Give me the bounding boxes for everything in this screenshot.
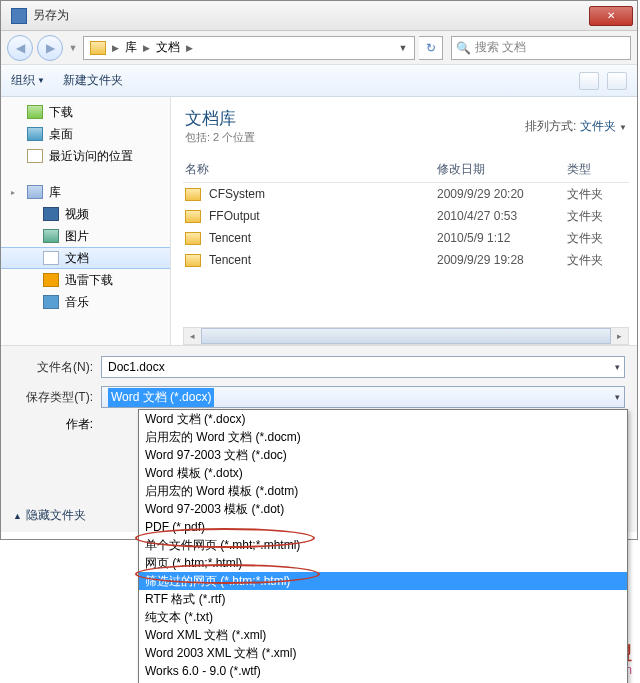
- filename-label: 文件名(N):: [13, 359, 101, 376]
- pictures-icon: [43, 229, 59, 243]
- scroll-right[interactable]: ▸: [611, 328, 628, 344]
- organize-button[interactable]: 组织▼: [11, 72, 45, 89]
- dialog-title: 另存为: [33, 7, 589, 24]
- folder-icon: [185, 210, 201, 223]
- col-type[interactable]: 类型: [567, 161, 627, 178]
- tree-recent[interactable]: 最近访问的位置: [1, 145, 170, 167]
- library-icon: [27, 185, 43, 199]
- toolbar: 组织▼ 新建文件夹: [1, 65, 637, 97]
- back-button[interactable]: ◀: [7, 35, 33, 61]
- savetype-option[interactable]: Word 模板 (*.dotx): [139, 464, 627, 482]
- folder-icon: [185, 232, 201, 245]
- refresh-button[interactable]: ↻: [419, 36, 443, 60]
- savetype-option[interactable]: Word XML 文档 (*.xml): [139, 626, 627, 644]
- savetype-label: 保存类型(T):: [13, 389, 101, 406]
- savetype-option[interactable]: 网页 (*.htm;*.html): [139, 554, 627, 572]
- titlebar[interactable]: 另存为 ✕: [1, 1, 637, 31]
- breadcrumb-sep[interactable]: ▶: [184, 43, 195, 53]
- file-row[interactable]: CFSystem2009/9/29 20:20文件夹: [183, 183, 629, 205]
- savetype-option[interactable]: 启用宏的 Word 文档 (*.docm): [139, 428, 627, 446]
- view-icon[interactable]: [579, 72, 599, 90]
- file-row[interactable]: Tencent2009/9/29 19:28文件夹: [183, 249, 629, 271]
- address-dropdown[interactable]: ▼: [394, 43, 412, 53]
- video-icon: [43, 207, 59, 221]
- savetype-option[interactable]: Works 6.0 - 9.0 (*.wtf): [139, 662, 627, 680]
- savetype-option[interactable]: PDF (*.pdf): [139, 518, 627, 536]
- expand-icon[interactable]: ▸: [11, 188, 15, 197]
- recent-icon: [27, 149, 43, 163]
- scroll-left[interactable]: ◂: [184, 328, 201, 344]
- file-list[interactable]: CFSystem2009/9/29 20:20文件夹FFOutput2010/4…: [183, 183, 629, 271]
- library-subtitle[interactable]: 包括: 2 个位置: [185, 130, 255, 145]
- nav-row: ◀ ▶ ▼ ▶ 库 ▶ 文档 ▶ ▼ ↻ 🔍 搜索 文档: [1, 31, 637, 65]
- file-row[interactable]: Tencent2010/5/9 1:12文件夹: [183, 227, 629, 249]
- tree-documents[interactable]: 文档: [1, 247, 170, 269]
- download-icon: [27, 105, 43, 119]
- scroll-thumb[interactable]: [201, 328, 611, 344]
- savetype-option[interactable]: 启用宏的 Word 模板 (*.dotm): [139, 482, 627, 500]
- column-headers[interactable]: 名称 修改日期 类型: [183, 155, 629, 183]
- tree-music[interactable]: 音乐: [1, 291, 170, 313]
- breadcrumb-root[interactable]: 库: [121, 39, 141, 56]
- documents-icon: [43, 251, 59, 265]
- address-bar[interactable]: ▶ 库 ▶ 文档 ▶ ▼: [83, 36, 415, 60]
- tree-pictures[interactable]: 图片: [1, 225, 170, 247]
- help-icon[interactable]: [607, 72, 627, 90]
- history-dropdown[interactable]: ▼: [67, 43, 79, 53]
- tree-libraries[interactable]: ▸库: [1, 181, 170, 203]
- savetype-option[interactable]: Word 文档 (*.docx): [139, 410, 627, 428]
- desktop-icon: [27, 127, 43, 141]
- savetype-combo[interactable]: Word 文档 (*.docx)▾: [101, 386, 625, 408]
- folder-icon: [185, 188, 201, 201]
- savetype-option[interactable]: 筛选过的网页 (*.htm;*.html): [139, 572, 627, 590]
- tree-desktop[interactable]: 桌面: [1, 123, 170, 145]
- forward-button[interactable]: ▶: [37, 35, 63, 61]
- horizontal-scrollbar[interactable]: ◂ ▸: [183, 327, 629, 345]
- col-date[interactable]: 修改日期: [437, 161, 567, 178]
- savetype-option[interactable]: 纯文本 (*.txt): [139, 608, 627, 626]
- word-app-icon: [11, 8, 27, 24]
- file-pane: 文档库 包括: 2 个位置 排列方式: 文件夹 ▼ 名称 修改日期 类型 CFS…: [171, 97, 637, 345]
- close-button[interactable]: ✕: [589, 6, 633, 26]
- library-title: 文档库: [185, 107, 255, 130]
- savetype-option[interactable]: Word 2003 XML 文档 (*.xml): [139, 644, 627, 662]
- filename-input[interactable]: Doc1.docx▾: [101, 356, 625, 378]
- savetype-option[interactable]: 单个文件网页 (*.mht;*.mhtml): [139, 536, 627, 554]
- tree-video[interactable]: 视频: [1, 203, 170, 225]
- thunder-icon: [43, 273, 59, 287]
- main-area: 下载 桌面 最近访问的位置 ▸库 视频 图片 文档 迅雷下载 音乐 文档库 包括…: [1, 97, 637, 345]
- folder-icon: [185, 254, 201, 267]
- tree-pane[interactable]: 下载 桌面 最近访问的位置 ▸库 视频 图片 文档 迅雷下载 音乐: [1, 97, 171, 345]
- author-label: 作者:: [13, 416, 101, 433]
- music-icon: [43, 295, 59, 309]
- tree-thunder[interactable]: 迅雷下载: [1, 269, 170, 291]
- breadcrumb-sub[interactable]: 文档: [152, 39, 184, 56]
- breadcrumb-sep[interactable]: ▶: [141, 43, 152, 53]
- file-row[interactable]: FFOutput2010/4/27 0:53文件夹: [183, 205, 629, 227]
- search-icon: 🔍: [456, 41, 471, 55]
- search-placeholder: 搜索 文档: [475, 39, 526, 56]
- savetype-option[interactable]: Word 97-2003 模板 (*.dot): [139, 500, 627, 518]
- col-name[interactable]: 名称: [185, 161, 437, 178]
- savetype-dropdown[interactable]: Word 文档 (*.docx)启用宏的 Word 文档 (*.docm)Wor…: [138, 409, 628, 683]
- search-input[interactable]: 🔍 搜索 文档: [451, 36, 631, 60]
- breadcrumb-sep[interactable]: ▶: [110, 43, 121, 53]
- new-folder-button[interactable]: 新建文件夹: [63, 72, 123, 89]
- savetype-option[interactable]: RTF 格式 (*.rtf): [139, 590, 627, 608]
- tree-downloads[interactable]: 下载: [1, 101, 170, 123]
- arrange-by[interactable]: 排列方式: 文件夹 ▼: [525, 118, 627, 135]
- folder-icon: [90, 41, 106, 55]
- savetype-option[interactable]: Word 97-2003 文档 (*.doc): [139, 446, 627, 464]
